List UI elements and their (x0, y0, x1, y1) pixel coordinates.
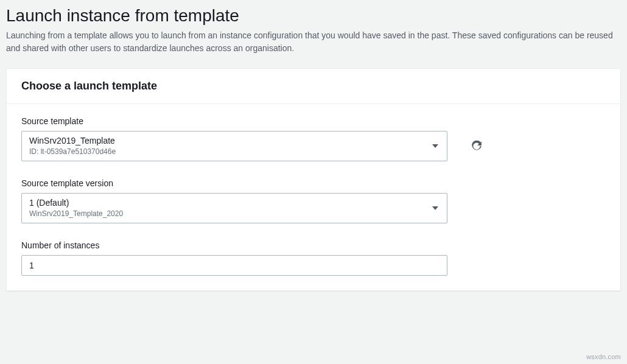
num-instances-field: Number of instances (21, 240, 606, 276)
source-template-id: ID: lt-0539a7e510370d46e (29, 147, 425, 157)
source-version-selected: 1 (Default) (29, 197, 425, 208)
panel-body: Source template WinSrv2019_Template ID: … (7, 104, 620, 290)
source-template-selected: WinSrv2019_Template (29, 135, 425, 146)
refresh-icon (471, 141, 482, 152)
source-version-field: Source template version 1 (Default) WinS… (21, 178, 606, 223)
source-template-field: Source template WinSrv2019_Template ID: … (21, 116, 606, 161)
num-instances-label: Number of instances (21, 240, 606, 250)
page-title: Launch instance from template (6, 6, 621, 26)
source-template-select[interactable]: WinSrv2019_Template ID: lt-0539a7e510370… (21, 131, 447, 161)
choose-template-panel: Choose a launch template Source template… (6, 68, 621, 291)
chevron-down-icon (432, 206, 438, 210)
source-template-label: Source template (21, 116, 606, 126)
source-version-label: Source template version (21, 178, 606, 188)
panel-header: Choose a launch template (7, 69, 620, 104)
source-version-select[interactable]: 1 (Default) WinSrv2019_Template_2020 (21, 193, 447, 223)
chevron-down-icon (432, 144, 438, 148)
panel-heading: Choose a launch template (21, 80, 606, 93)
source-version-sub: WinSrv2019_Template_2020 (29, 209, 425, 219)
refresh-button[interactable] (469, 139, 484, 153)
page-description: Launching from a template allows you to … (6, 29, 615, 55)
watermark: wsxdn.com (586, 353, 621, 360)
num-instances-input[interactable] (21, 255, 447, 276)
